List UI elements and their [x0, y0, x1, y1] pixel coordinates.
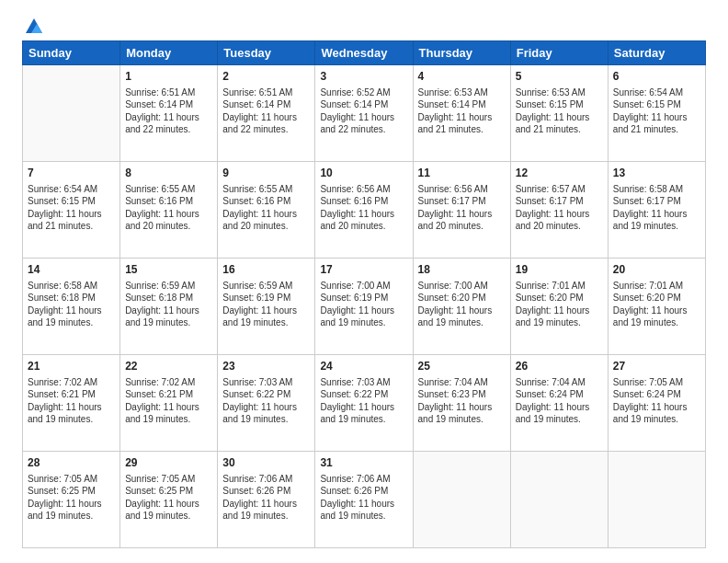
day-number: 20	[613, 262, 700, 278]
calendar-cell: 24Sunrise: 7:03 AM Sunset: 6:22 PM Dayli…	[315, 355, 413, 452]
page: SundayMondayTuesdayWednesdayThursdayFrid…	[0, 0, 728, 563]
calendar-cell: 13Sunrise: 6:58 AM Sunset: 6:17 PM Dayli…	[608, 162, 705, 259]
day-info: Sunrise: 6:51 AM Sunset: 6:14 PM Dayligh…	[125, 86, 212, 136]
calendar-cell: 31Sunrise: 7:06 AM Sunset: 6:26 PM Dayli…	[315, 452, 413, 548]
day-number: 23	[222, 359, 310, 374]
day-number: 29	[125, 455, 212, 471]
day-info: Sunrise: 7:01 AM Sunset: 6:20 PM Dayligh…	[613, 280, 700, 329]
day-info: Sunrise: 7:03 AM Sunset: 6:22 PM Dayligh…	[320, 376, 407, 426]
calendar-cell	[510, 452, 608, 548]
calendar-cell: 8Sunrise: 6:55 AM Sunset: 6:16 PM Daylig…	[120, 162, 218, 259]
day-number: 12	[516, 166, 603, 181]
day-number: 3	[320, 69, 407, 85]
day-info: Sunrise: 6:58 AM Sunset: 6:18 PM Dayligh…	[28, 280, 115, 329]
day-number: 28	[28, 455, 115, 471]
calendar-cell: 29Sunrise: 7:05 AM Sunset: 6:25 PM Dayli…	[120, 452, 218, 548]
day-number: 25	[418, 359, 506, 374]
day-number: 16	[222, 262, 310, 278]
day-info: Sunrise: 7:04 AM Sunset: 6:24 PM Dayligh…	[516, 376, 603, 426]
calendar-cell: 23Sunrise: 7:03 AM Sunset: 6:22 PM Dayli…	[218, 355, 315, 452]
day-info: Sunrise: 6:51 AM Sunset: 6:14 PM Dayligh…	[222, 86, 310, 136]
day-number: 22	[125, 359, 212, 374]
day-number: 4	[418, 69, 506, 85]
day-info: Sunrise: 7:01 AM Sunset: 6:20 PM Dayligh…	[516, 280, 603, 329]
weekday-header-monday: Monday	[120, 41, 218, 65]
calendar-cell: 15Sunrise: 6:59 AM Sunset: 6:18 PM Dayli…	[120, 259, 218, 355]
day-number: 18	[418, 262, 506, 278]
day-number: 30	[222, 455, 310, 471]
day-info: Sunrise: 7:06 AM Sunset: 6:26 PM Dayligh…	[320, 473, 407, 523]
day-info: Sunrise: 6:53 AM Sunset: 6:15 PM Dayligh…	[516, 86, 603, 136]
calendar-cell: 12Sunrise: 6:57 AM Sunset: 6:17 PM Dayli…	[510, 162, 608, 259]
calendar-week-5: 28Sunrise: 7:05 AM Sunset: 6:25 PM Dayli…	[23, 452, 706, 548]
day-info: Sunrise: 7:05 AM Sunset: 6:25 PM Dayligh…	[125, 473, 212, 523]
calendar-cell: 25Sunrise: 7:04 AM Sunset: 6:23 PM Dayli…	[413, 355, 510, 452]
day-number: 11	[418, 166, 506, 181]
weekday-header-tuesday: Tuesday	[218, 41, 315, 65]
day-number: 19	[516, 262, 603, 278]
day-info: Sunrise: 6:53 AM Sunset: 6:14 PM Dayligh…	[418, 86, 506, 136]
calendar-cell: 17Sunrise: 7:00 AM Sunset: 6:19 PM Dayli…	[315, 259, 413, 355]
calendar-cell: 22Sunrise: 7:02 AM Sunset: 6:21 PM Dayli…	[120, 355, 218, 452]
calendar-cell: 28Sunrise: 7:05 AM Sunset: 6:25 PM Dayli…	[23, 452, 120, 548]
day-number: 15	[125, 262, 212, 278]
day-number: 5	[516, 69, 603, 85]
day-info: Sunrise: 7:00 AM Sunset: 6:19 PM Dayligh…	[320, 280, 407, 329]
day-number: 13	[613, 166, 700, 181]
calendar-cell	[413, 452, 510, 548]
logo	[22, 18, 44, 31]
weekday-header-thursday: Thursday	[413, 41, 510, 65]
calendar-cell: 21Sunrise: 7:02 AM Sunset: 6:21 PM Dayli…	[23, 355, 120, 452]
day-info: Sunrise: 7:02 AM Sunset: 6:21 PM Dayligh…	[28, 376, 115, 426]
day-number: 10	[320, 166, 407, 181]
day-info: Sunrise: 7:03 AM Sunset: 6:22 PM Dayligh…	[222, 376, 310, 426]
calendar-cell: 27Sunrise: 7:05 AM Sunset: 6:24 PM Dayli…	[608, 355, 705, 452]
day-info: Sunrise: 6:59 AM Sunset: 6:19 PM Dayligh…	[222, 280, 310, 329]
day-info: Sunrise: 6:59 AM Sunset: 6:18 PM Dayligh…	[125, 280, 212, 329]
calendar-cell	[608, 452, 705, 548]
day-info: Sunrise: 7:00 AM Sunset: 6:20 PM Dayligh…	[418, 280, 506, 329]
calendar-cell: 18Sunrise: 7:00 AM Sunset: 6:20 PM Dayli…	[413, 259, 510, 355]
calendar-cell: 20Sunrise: 7:01 AM Sunset: 6:20 PM Dayli…	[608, 259, 705, 355]
calendar-week-1: 1Sunrise: 6:51 AM Sunset: 6:14 PM Daylig…	[23, 65, 706, 162]
day-number: 2	[222, 69, 310, 85]
weekday-header-friday: Friday	[510, 41, 608, 65]
weekday-header-row: SundayMondayTuesdayWednesdayThursdayFrid…	[23, 41, 706, 65]
day-info: Sunrise: 7:06 AM Sunset: 6:26 PM Dayligh…	[222, 473, 310, 523]
day-info: Sunrise: 6:55 AM Sunset: 6:16 PM Dayligh…	[125, 183, 212, 233]
day-number: 31	[320, 455, 407, 471]
day-info: Sunrise: 7:05 AM Sunset: 6:25 PM Dayligh…	[28, 473, 115, 523]
day-info: Sunrise: 6:54 AM Sunset: 6:15 PM Dayligh…	[28, 183, 115, 233]
calendar-cell: 16Sunrise: 6:59 AM Sunset: 6:19 PM Dayli…	[218, 259, 315, 355]
day-info: Sunrise: 7:02 AM Sunset: 6:21 PM Dayligh…	[125, 376, 212, 426]
calendar-table: SundayMondayTuesdayWednesdayThursdayFrid…	[22, 40, 706, 548]
calendar-cell: 9Sunrise: 6:55 AM Sunset: 6:16 PM Daylig…	[218, 162, 315, 259]
day-info: Sunrise: 6:54 AM Sunset: 6:15 PM Dayligh…	[613, 86, 700, 136]
calendar-cell: 5Sunrise: 6:53 AM Sunset: 6:15 PM Daylig…	[510, 65, 608, 162]
day-info: Sunrise: 6:56 AM Sunset: 6:16 PM Dayligh…	[320, 183, 407, 233]
calendar-cell	[23, 65, 120, 162]
calendar-cell: 26Sunrise: 7:04 AM Sunset: 6:24 PM Dayli…	[510, 355, 608, 452]
calendar-cell: 7Sunrise: 6:54 AM Sunset: 6:15 PM Daylig…	[23, 162, 120, 259]
calendar-week-3: 14Sunrise: 6:58 AM Sunset: 6:18 PM Dayli…	[23, 259, 706, 355]
weekday-header-saturday: Saturday	[608, 41, 705, 65]
day-number: 21	[28, 359, 115, 374]
day-number: 17	[320, 262, 407, 278]
calendar-cell: 30Sunrise: 7:06 AM Sunset: 6:26 PM Dayli…	[218, 452, 315, 548]
day-info: Sunrise: 6:56 AM Sunset: 6:17 PM Dayligh…	[418, 183, 506, 233]
day-number: 1	[125, 69, 212, 85]
calendar-cell: 10Sunrise: 6:56 AM Sunset: 6:16 PM Dayli…	[315, 162, 413, 259]
calendar-cell: 19Sunrise: 7:01 AM Sunset: 6:20 PM Dayli…	[510, 259, 608, 355]
day-info: Sunrise: 7:05 AM Sunset: 6:24 PM Dayligh…	[613, 376, 700, 426]
day-info: Sunrise: 6:57 AM Sunset: 6:17 PM Dayligh…	[516, 183, 603, 233]
calendar-cell: 14Sunrise: 6:58 AM Sunset: 6:18 PM Dayli…	[23, 259, 120, 355]
calendar-cell: 11Sunrise: 6:56 AM Sunset: 6:17 PM Dayli…	[413, 162, 510, 259]
weekday-header-wednesday: Wednesday	[315, 41, 413, 65]
day-number: 7	[28, 166, 115, 181]
day-number: 24	[320, 359, 407, 374]
calendar-cell: 1Sunrise: 6:51 AM Sunset: 6:14 PM Daylig…	[120, 65, 218, 162]
weekday-header-sunday: Sunday	[23, 41, 120, 65]
calendar-cell: 6Sunrise: 6:54 AM Sunset: 6:15 PM Daylig…	[608, 65, 705, 162]
day-info: Sunrise: 6:55 AM Sunset: 6:16 PM Dayligh…	[222, 183, 310, 233]
calendar-cell: 2Sunrise: 6:51 AM Sunset: 6:14 PM Daylig…	[218, 65, 315, 162]
